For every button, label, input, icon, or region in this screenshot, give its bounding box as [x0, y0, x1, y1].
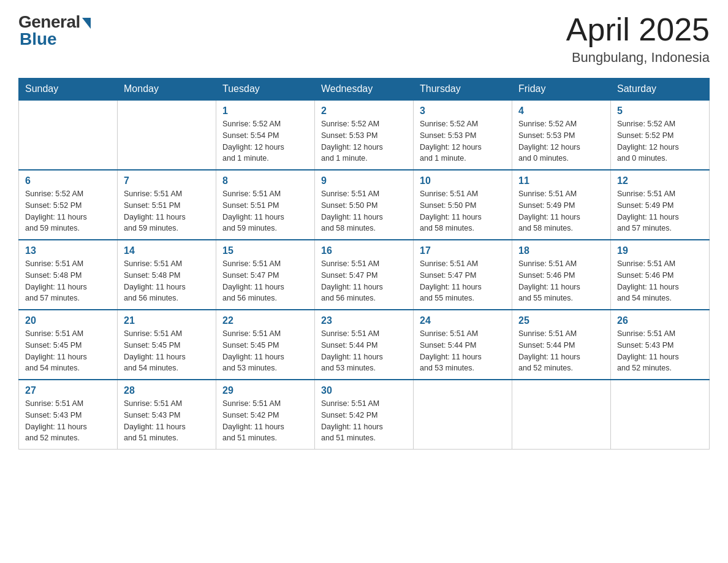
- calendar-cell: 1Sunrise: 5:52 AMSunset: 5:54 PMDaylight…: [216, 100, 315, 170]
- day-info: Sunrise: 5:51 AMSunset: 5:50 PMDaylight:…: [321, 188, 407, 234]
- day-number: 19: [617, 245, 703, 256]
- day-of-week-header: Saturday: [611, 79, 710, 101]
- calendar-cell: 14Sunrise: 5:51 AMSunset: 5:48 PMDayligh…: [118, 240, 216, 310]
- calendar-cell: 30Sunrise: 5:51 AMSunset: 5:42 PMDayligh…: [315, 380, 414, 450]
- day-number: 25: [518, 315, 604, 326]
- calendar-cell: 2Sunrise: 5:52 AMSunset: 5:53 PMDaylight…: [315, 100, 414, 170]
- day-info: Sunrise: 5:51 AMSunset: 5:47 PMDaylight:…: [321, 258, 407, 304]
- calendar-cell: 27Sunrise: 5:51 AMSunset: 5:43 PMDayligh…: [19, 380, 118, 450]
- logo-arrow-icon: [82, 18, 91, 29]
- day-number: 22: [222, 315, 308, 326]
- day-info: Sunrise: 5:51 AMSunset: 5:51 PMDaylight:…: [124, 188, 210, 234]
- day-number: 15: [222, 245, 308, 256]
- calendar-cell: [512, 380, 611, 450]
- day-of-week-header: Wednesday: [315, 79, 414, 101]
- day-number: 30: [321, 385, 407, 396]
- day-of-week-header: Friday: [512, 79, 611, 101]
- calendar-cell: [414, 380, 512, 450]
- calendar-cell: 12Sunrise: 5:51 AMSunset: 5:49 PMDayligh…: [611, 170, 710, 240]
- day-info: Sunrise: 5:51 AMSunset: 5:45 PMDaylight:…: [25, 328, 111, 374]
- calendar-cell: 20Sunrise: 5:51 AMSunset: 5:45 PMDayligh…: [19, 310, 118, 380]
- day-number: 18: [518, 245, 604, 256]
- day-number: 10: [420, 175, 506, 186]
- calendar-cell: 9Sunrise: 5:51 AMSunset: 5:50 PMDaylight…: [315, 170, 414, 240]
- week-row: 20Sunrise: 5:51 AMSunset: 5:45 PMDayligh…: [19, 310, 710, 380]
- day-info: Sunrise: 5:52 AMSunset: 5:53 PMDaylight:…: [321, 118, 407, 164]
- day-number: 6: [25, 175, 111, 186]
- logo: General Blue: [18, 12, 91, 49]
- day-info: Sunrise: 5:51 AMSunset: 5:44 PMDaylight:…: [518, 328, 604, 374]
- calendar-cell: 7Sunrise: 5:51 AMSunset: 5:51 PMDaylight…: [118, 170, 216, 240]
- day-info: Sunrise: 5:51 AMSunset: 5:43 PMDaylight:…: [25, 398, 111, 444]
- day-info: Sunrise: 5:51 AMSunset: 5:48 PMDaylight:…: [124, 258, 210, 304]
- calendar-cell: 25Sunrise: 5:51 AMSunset: 5:44 PMDayligh…: [512, 310, 611, 380]
- calendar-cell: 24Sunrise: 5:51 AMSunset: 5:44 PMDayligh…: [414, 310, 512, 380]
- calendar-cell: 15Sunrise: 5:51 AMSunset: 5:47 PMDayligh…: [216, 240, 315, 310]
- day-info: Sunrise: 5:51 AMSunset: 5:49 PMDaylight:…: [518, 188, 604, 234]
- day-number: 17: [420, 245, 506, 256]
- day-info: Sunrise: 5:52 AMSunset: 5:52 PMDaylight:…: [25, 188, 111, 234]
- day-info: Sunrise: 5:51 AMSunset: 5:51 PMDaylight:…: [222, 188, 308, 234]
- day-of-week-header: Monday: [118, 79, 216, 101]
- calendar-cell: 4Sunrise: 5:52 AMSunset: 5:53 PMDaylight…: [512, 100, 611, 170]
- day-number: 3: [420, 105, 506, 117]
- day-of-week-header: Tuesday: [216, 79, 315, 101]
- calendar-cell: 3Sunrise: 5:52 AMSunset: 5:53 PMDaylight…: [414, 100, 512, 170]
- day-number: 8: [222, 175, 308, 186]
- day-number: 21: [124, 315, 210, 326]
- day-info: Sunrise: 5:51 AMSunset: 5:42 PMDaylight:…: [321, 398, 407, 444]
- day-info: Sunrise: 5:51 AMSunset: 5:50 PMDaylight:…: [420, 188, 506, 234]
- day-number: 1: [222, 105, 308, 117]
- day-number: 27: [25, 385, 111, 396]
- day-number: 14: [124, 245, 210, 256]
- calendar-cell: 11Sunrise: 5:51 AMSunset: 5:49 PMDayligh…: [512, 170, 611, 240]
- day-number: 20: [25, 315, 111, 326]
- calendar-cell: 10Sunrise: 5:51 AMSunset: 5:50 PMDayligh…: [414, 170, 512, 240]
- week-row: 1Sunrise: 5:52 AMSunset: 5:54 PMDaylight…: [19, 100, 710, 170]
- month-title: April 2025: [566, 12, 710, 47]
- day-info: Sunrise: 5:51 AMSunset: 5:47 PMDaylight:…: [420, 258, 506, 304]
- calendar-cell: [19, 100, 118, 170]
- calendar-cell: 22Sunrise: 5:51 AMSunset: 5:45 PMDayligh…: [216, 310, 315, 380]
- logo-blue-text: Blue: [20, 29, 57, 49]
- calendar-cell: 21Sunrise: 5:51 AMSunset: 5:45 PMDayligh…: [118, 310, 216, 380]
- title-section: April 2025 Bungbulang, Indonesia: [566, 12, 710, 66]
- calendar-cell: 28Sunrise: 5:51 AMSunset: 5:43 PMDayligh…: [118, 380, 216, 450]
- day-number: 23: [321, 315, 407, 326]
- location: Bungbulang, Indonesia: [566, 50, 710, 66]
- day-number: 16: [321, 245, 407, 256]
- day-info: Sunrise: 5:52 AMSunset: 5:53 PMDaylight:…: [518, 118, 604, 164]
- calendar-cell: 6Sunrise: 5:52 AMSunset: 5:52 PMDaylight…: [19, 170, 118, 240]
- calendar-cell: 19Sunrise: 5:51 AMSunset: 5:46 PMDayligh…: [611, 240, 710, 310]
- week-row: 13Sunrise: 5:51 AMSunset: 5:48 PMDayligh…: [19, 240, 710, 310]
- week-row: 27Sunrise: 5:51 AMSunset: 5:43 PMDayligh…: [19, 380, 710, 450]
- day-info: Sunrise: 5:51 AMSunset: 5:47 PMDaylight:…: [222, 258, 308, 304]
- day-number: 5: [617, 105, 703, 117]
- day-info: Sunrise: 5:51 AMSunset: 5:46 PMDaylight:…: [617, 258, 703, 304]
- day-info: Sunrise: 5:52 AMSunset: 5:54 PMDaylight:…: [222, 118, 308, 164]
- day-info: Sunrise: 5:51 AMSunset: 5:46 PMDaylight:…: [518, 258, 604, 304]
- day-info: Sunrise: 5:52 AMSunset: 5:52 PMDaylight:…: [617, 118, 703, 164]
- day-info: Sunrise: 5:51 AMSunset: 5:44 PMDaylight:…: [321, 328, 407, 374]
- day-info: Sunrise: 5:51 AMSunset: 5:45 PMDaylight:…: [124, 328, 210, 374]
- calendar-table: SundayMondayTuesdayWednesdayThursdayFrid…: [18, 78, 710, 450]
- day-number: 9: [321, 175, 407, 186]
- day-number: 24: [420, 315, 506, 326]
- calendar-cell: 29Sunrise: 5:51 AMSunset: 5:42 PMDayligh…: [216, 380, 315, 450]
- day-info: Sunrise: 5:51 AMSunset: 5:49 PMDaylight:…: [617, 188, 703, 234]
- calendar-cell: 5Sunrise: 5:52 AMSunset: 5:52 PMDaylight…: [611, 100, 710, 170]
- day-info: Sunrise: 5:52 AMSunset: 5:53 PMDaylight:…: [420, 118, 506, 164]
- header-row: SundayMondayTuesdayWednesdayThursdayFrid…: [19, 79, 710, 101]
- day-number: 29: [222, 385, 308, 396]
- day-number: 11: [518, 175, 604, 186]
- day-number: 13: [25, 245, 111, 256]
- page-header: General Blue April 2025 Bungbulang, Indo…: [18, 12, 710, 66]
- day-info: Sunrise: 5:51 AMSunset: 5:43 PMDaylight:…: [617, 328, 703, 374]
- day-info: Sunrise: 5:51 AMSunset: 5:43 PMDaylight:…: [124, 398, 210, 444]
- calendar-cell: [118, 100, 216, 170]
- day-info: Sunrise: 5:51 AMSunset: 5:44 PMDaylight:…: [420, 328, 506, 374]
- day-info: Sunrise: 5:51 AMSunset: 5:42 PMDaylight:…: [222, 398, 308, 444]
- day-number: 12: [617, 175, 703, 186]
- day-number: 26: [617, 315, 703, 326]
- calendar-cell: [611, 380, 710, 450]
